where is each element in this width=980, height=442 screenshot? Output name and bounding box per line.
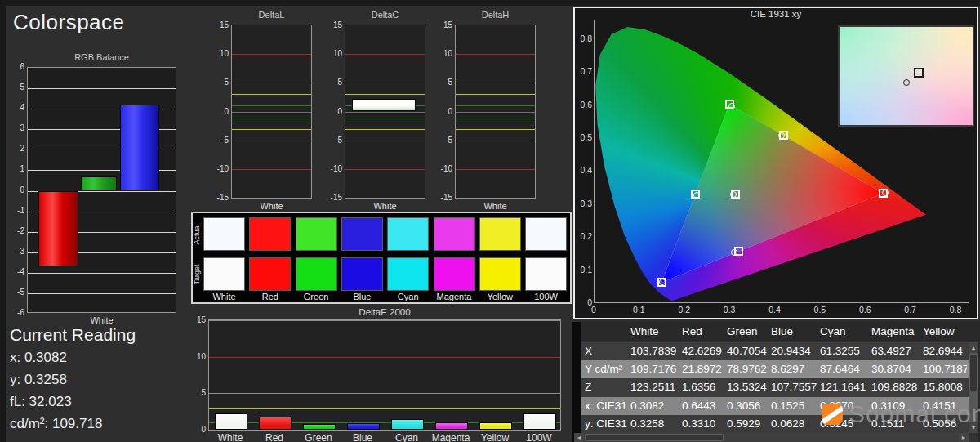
cie-y-tick-label: 0	[575, 297, 592, 307]
table-horizontal-scrollbar[interactable]: ◄ ►	[574, 433, 969, 442]
table-cell: 0.6443	[682, 400, 724, 414]
table-header-yellow: Yellow	[923, 325, 967, 340]
delta-bar	[352, 99, 416, 111]
delta-y-tick-label: 15	[318, 20, 342, 30]
delta-y-tick-label: -15	[428, 193, 452, 203]
deltae-bar-red	[259, 417, 292, 430]
cie-y-tick-label: 0.6	[575, 100, 592, 109]
current-reading-cdm2: cd/m²: 109.718	[10, 416, 102, 432]
rgb-y-tick-label: 2	[5, 144, 24, 154]
deltae-x-label: Red	[252, 432, 296, 442]
delta-x-label: White	[231, 201, 312, 211]
table-header-white: White	[630, 325, 679, 340]
delta-y-tick-label: -5	[428, 136, 452, 145]
deltae-x-label: Cyan	[385, 432, 429, 442]
delta-chart-plot	[231, 25, 312, 199]
scroll-left-button[interactable]: ◄	[574, 433, 584, 442]
reference-line	[345, 54, 425, 55]
deltae-bar-blue	[347, 423, 380, 430]
table-cell: 0.3082	[630, 400, 679, 414]
table-cell: 78.9762	[727, 363, 768, 377]
table-cell: 121.1641	[820, 381, 868, 395]
swatch-column-label: Yellow	[477, 292, 523, 301]
table-cell: 0.3258	[630, 417, 679, 432]
swatch-actual-cyan	[388, 218, 428, 250]
measurement-table: WhiteRedGreenBlueCyanMagentaYellowX103.7…	[572, 322, 980, 442]
reference-line	[232, 94, 311, 95]
delta-chart-title: DeltaH	[455, 10, 536, 20]
delta-y-tick-label: 15	[428, 20, 452, 30]
delta-y-tick-label: -10	[318, 164, 342, 174]
rgb-y-tick-label: 1	[5, 164, 24, 174]
cie-y-tick-label: 0.8	[575, 33, 592, 43]
swatch-actual-red	[250, 218, 290, 250]
reference-line	[456, 112, 535, 113]
horizontal-scroll-thumb[interactable]	[585, 434, 724, 441]
cie-whitepoint-inset	[838, 25, 974, 127]
deltae-y-tick-label: 5	[191, 388, 206, 398]
rgb-bar-red	[38, 191, 78, 267]
cie-x-tick-label: 0.8	[943, 305, 968, 315]
rgb-balance-chart: RGB Balance White 6543210-1-2-3-4-5-6	[0, 51, 189, 328]
reference-line	[345, 118, 425, 118]
table-row-header: x: CIE31	[585, 400, 629, 414]
rgb-y-tick-label: -2	[5, 226, 24, 236]
swatch-target-100w	[526, 258, 566, 290]
swatch-target-white	[204, 258, 244, 290]
delta-x-label: White	[455, 201, 536, 211]
table-cell: 0.1525	[771, 400, 817, 414]
scroll-right-button[interactable]: ►	[959, 433, 969, 442]
deltae-2000-chart: DeltaE 2000 151050WhiteRedGreenBlueCyanM…	[191, 306, 572, 442]
rgb-balance-plot	[27, 67, 176, 313]
swatch-actual-yellow	[480, 218, 520, 250]
inset-measured-marker	[903, 79, 910, 86]
deltae-bar-green	[303, 424, 336, 430]
reference-line	[456, 54, 535, 55]
swatch-actual-100w	[526, 218, 566, 250]
reference-line	[456, 169, 535, 170]
reference-line	[232, 83, 311, 83]
page-title: Colorspace	[13, 10, 125, 35]
table-cell: 42.6269	[682, 345, 724, 359]
cie-y-tick-label: 0.5	[575, 132, 592, 142]
table-row-header: Y cd/m²	[585, 363, 629, 377]
gridline	[28, 88, 176, 89]
cie-y-tick-label: 0.4	[575, 165, 592, 175]
rgb-y-tick-label: 5	[5, 83, 24, 92]
deltae-title: DeltaE 2000	[208, 307, 561, 317]
swatch-column-label: Green	[293, 292, 340, 301]
reference-line	[232, 141, 311, 141]
deltae-y-tick-label: 15	[191, 315, 206, 325]
swatch-column-label: Blue	[339, 292, 385, 301]
deltae-bar-100w	[523, 413, 556, 430]
reference-line	[456, 141, 535, 141]
reference-line	[232, 54, 311, 55]
table-header-magenta: Magenta	[871, 325, 920, 340]
swatch-column-label: White	[201, 292, 247, 301]
reference-line	[232, 105, 311, 106]
deltae-bar-white	[215, 413, 247, 430]
app-window: Colorspace RGB Balance White 6543210-1-2…	[0, 0, 980, 442]
table-cell: 123.2511	[630, 381, 679, 395]
gridline	[28, 293, 176, 294]
deltae-x-label: 100W	[517, 432, 561, 442]
deltae-x-label: Yellow	[473, 432, 517, 442]
scroll-up-button[interactable]: ▲	[969, 342, 978, 353]
cie-y-tick-label: 0.2	[575, 231, 592, 241]
window-top-edge	[0, 0, 980, 6]
swatch-actual-white	[204, 218, 244, 250]
swatch-column-label: Magenta	[431, 292, 478, 301]
delta-chart-title: DeltaC	[345, 10, 425, 20]
cie-measured-cyan	[693, 192, 700, 199]
rgb-bar-green	[81, 176, 116, 191]
cie-1931-panel: CIE 1931 xy 00.10.20.30.40.50.60.70.800.…	[573, 7, 978, 319]
scrollbar-corner	[969, 433, 978, 442]
cie-x-tick-label: 0.2	[672, 305, 697, 315]
swatch-actual-magenta	[434, 218, 474, 250]
reference-line	[232, 118, 311, 118]
table-row-header: X	[585, 345, 629, 359]
table-cell: 1.6356	[682, 381, 724, 395]
delta-y-tick-label: 5	[204, 78, 229, 87]
delta-y-tick-label: 10	[318, 49, 342, 59]
vertical-scroll-thumb[interactable]	[969, 354, 978, 391]
